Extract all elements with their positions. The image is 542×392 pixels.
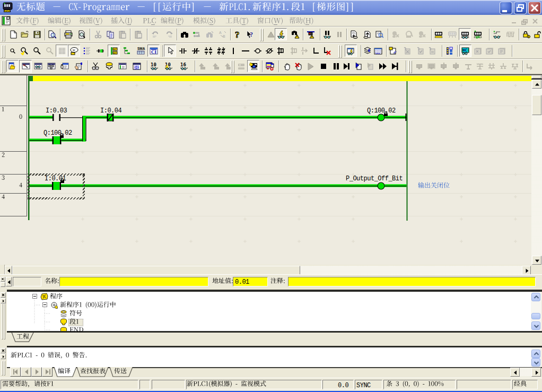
svg-text:?: ? <box>250 31 253 38</box>
svg-text:A: A <box>219 31 222 34</box>
svg-text:?: ? <box>235 30 240 39</box>
svg-text:102: 102 <box>134 67 139 70</box>
svg-text:10: 10 <box>151 62 156 67</box>
svg-text:16: 16 <box>180 62 186 67</box>
svg-text:CI: CI <box>151 49 156 55</box>
svg-text:SMA: SMA <box>137 47 145 50</box>
svg-text:w: w <box>72 48 75 51</box>
svg-text:HC: HC <box>463 48 467 53</box>
